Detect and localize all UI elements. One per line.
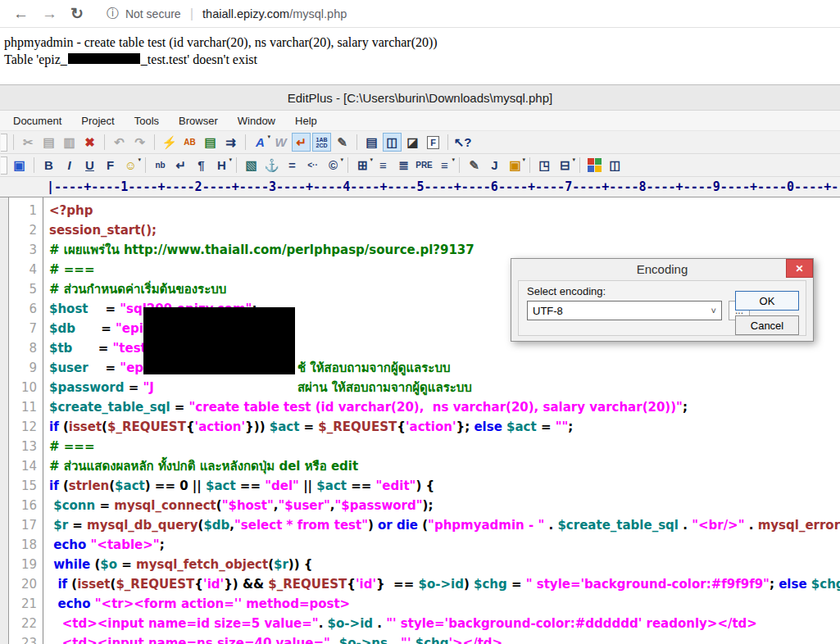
encoding-select[interactable]: UTF-8 ˅ — [527, 301, 722, 320]
context-help-icon[interactable]: ↖? — [453, 133, 472, 152]
objects-icon[interactable]: ▣▾ — [506, 156, 524, 175]
menu-item-document[interactable]: Document — [3, 115, 71, 127]
file-copy-icon[interactable]: ▤ — [201, 133, 220, 152]
cancel-button[interactable]: Cancel — [735, 315, 799, 335]
horizontal-rule-icon[interactable]: = — [283, 156, 302, 175]
line-number: 16 — [9, 496, 37, 515]
split-window-icon[interactable]: ◫ — [606, 156, 624, 175]
code-line[interactable]: 23 <td><input name=ns size=40 value=". $… — [9, 633, 840, 644]
nbsp-icon[interactable]: nb — [151, 156, 170, 175]
line-number: 3 — [9, 240, 37, 260]
code-line[interactable]: 2session_start(); — [9, 220, 840, 240]
w-style-icon[interactable]: W — [271, 133, 290, 152]
smiley-icon[interactable]: ☺▾ — [121, 156, 140, 175]
line-number: 18 — [9, 535, 37, 555]
line-break-icon[interactable]: ↵ — [171, 156, 190, 175]
goto-line-icon[interactable]: ⇉ — [221, 133, 240, 152]
image-icon[interactable]: ▧ — [242, 156, 261, 175]
page-text-line1: phpmyadmin - create table test (id varch… — [4, 34, 840, 51]
delete-icon[interactable]: ✖ — [80, 133, 99, 152]
comment-icon[interactable]: <·· — [303, 156, 322, 175]
line-number: 21 — [9, 594, 37, 614]
text-color-icon[interactable]: A▾ — [251, 133, 270, 152]
underline-icon[interactable]: U — [80, 156, 99, 175]
align-right-icon[interactable]: ≣ — [394, 156, 413, 175]
java-icon[interactable]: J — [485, 156, 504, 175]
color-picker-icon[interactable] — [585, 156, 604, 175]
undo-icon[interactable]: ↶ — [110, 133, 129, 152]
special-char-icon[interactable]: ©▾ — [324, 156, 343, 175]
code-line[interactable]: 22 <td><input name=id size=5 value=". $o… — [9, 614, 840, 633]
code-line[interactable]: 3# เผยแพร่ใน http://www.thaiall.com/perl… — [9, 240, 840, 260]
align-center-icon[interactable]: ≡ — [374, 156, 393, 175]
code-text: <td><input name=id size=5 value=". $o->i… — [37, 614, 757, 633]
code-line[interactable]: 19 while ($o = mysql_fetch_object($r)) { — [9, 555, 840, 574]
sidebar-window-icon[interactable]: ◫ — [383, 133, 402, 152]
italic-icon[interactable]: I — [60, 156, 79, 175]
toolbar-separator — [145, 157, 146, 173]
preformatted-icon[interactable]: PRE — [415, 156, 434, 175]
browser-preview-icon[interactable]: ▣ — [10, 156, 29, 175]
code-line[interactable]: 16 $conn = mysql_connect("$host","$user"… — [9, 496, 840, 515]
word-wrap-icon[interactable]: ↵ — [292, 133, 311, 152]
redo-icon[interactable]: ↷ — [130, 133, 149, 152]
code-line[interactable]: 12if (isset($_REQUEST{'action'})) $act =… — [9, 417, 840, 437]
redaction-box — [68, 53, 140, 64]
line-number: 5 — [9, 279, 37, 299]
f-window-icon[interactable]: F — [424, 133, 443, 152]
menu-item-tools[interactable]: Tools — [125, 115, 169, 127]
forward-icon[interactable]: → — [42, 6, 57, 21]
script-icon[interactable]: ✎ — [465, 156, 484, 175]
copy-icon[interactable]: ▤ — [39, 133, 58, 152]
menu-item-project[interactable]: Project — [71, 115, 124, 127]
menu-item-help[interactable]: Help — [285, 115, 327, 127]
output-window-icon[interactable]: ◪ — [403, 133, 422, 152]
bold-icon[interactable]: B — [39, 156, 58, 175]
code-line[interactable]: 1<?php — [9, 201, 840, 220]
paragraph-icon[interactable]: ¶ — [192, 156, 211, 175]
line-number: 19 — [9, 555, 37, 574]
font-size-icon[interactable]: F — [101, 156, 120, 175]
new-window-icon[interactable]: ◳ — [535, 156, 554, 175]
code-line[interactable]: 15if (strlen($act) == 0 || $act == "del"… — [9, 476, 840, 496]
browser-page-content: phpmyadmin - create table test (id varch… — [0, 28, 840, 84]
function-list-icon[interactable]: ✎ — [333, 133, 352, 152]
code-text: $r = mysql_db_query($db,"select * from t… — [37, 515, 840, 535]
line-numbers-icon[interactable]: 1AB 2CD — [312, 133, 331, 152]
url-host[interactable]: thaiall.epizy.com — [202, 7, 289, 20]
code-line[interactable]: 10$password = "Jสผ่าน ให้สอบถามจากผู้ดูแ… — [9, 378, 840, 397]
arrange-icon[interactable]: ⊟▾ — [556, 156, 574, 175]
menu-item-window[interactable]: Window — [228, 115, 285, 127]
heading-icon[interactable]: H▾ — [212, 156, 231, 175]
code-line[interactable]: 18 echo "<table>"; — [9, 535, 840, 555]
anchor-icon[interactable]: ⚓ — [262, 156, 281, 175]
line-number: 2 — [9, 220, 37, 240]
menu-item-browser[interactable]: Browser — [169, 115, 228, 127]
directory-window-icon[interactable]: ▤ — [362, 133, 381, 152]
toolbar-html: ▣BIUF☺▾nb↵¶H▾▧⚓=<··©▾⊞▾≡≣PRE≡▾✎J▣▾◳⊟▾◫ — [0, 154, 840, 177]
replace-icon[interactable]: AB — [180, 133, 199, 152]
dialog-title-bar[interactable]: Encoding ✕ — [511, 259, 813, 279]
url-path[interactable]: /mysql.php — [289, 7, 347, 20]
list-icon[interactable]: ≡▾ — [435, 156, 454, 175]
code-line[interactable]: 11$create_table_sql = "create table test… — [9, 397, 840, 417]
find-icon[interactable]: ⚡ — [160, 133, 179, 152]
info-icon[interactable]: ⓘ — [107, 6, 119, 21]
code-line[interactable]: 20 if (isset($_REQUEST{'id'}) && $_REQUE… — [9, 574, 840, 594]
code-line[interactable]: 21 echo "<tr><form action='' method=post… — [9, 594, 840, 614]
paste-icon[interactable]: ▥ — [60, 133, 79, 152]
toolbar-separator — [459, 157, 460, 173]
code-line[interactable]: 17 $r = mysql_db_query($db,"select * fro… — [9, 515, 840, 535]
close-icon[interactable]: ✕ — [786, 259, 813, 278]
reload-icon[interactable]: ↻ — [70, 6, 84, 21]
code-line[interactable]: 14# ส่วนแสดงผลหลัก ทั้งปกติ และหลังกดปุ่… — [9, 456, 840, 476]
cut-icon[interactable]: ✂ — [19, 133, 38, 152]
toolbar-separator — [579, 157, 580, 173]
code-text: session_start(); — [37, 220, 157, 240]
code-line[interactable]: 9$user = "epizช้ ให้สอบถามจากผู้ดูแลระบบ — [9, 358, 840, 378]
back-icon[interactable]: ← — [13, 6, 29, 21]
ok-button[interactable]: OK — [735, 291, 799, 311]
code-line[interactable]: 13# === — [9, 437, 840, 456]
table-icon[interactable]: ⊞▾ — [353, 156, 372, 175]
window-title-bar[interactable]: EditPlus - [C:\Users\burin\Downloads\mys… — [0, 85, 840, 111]
